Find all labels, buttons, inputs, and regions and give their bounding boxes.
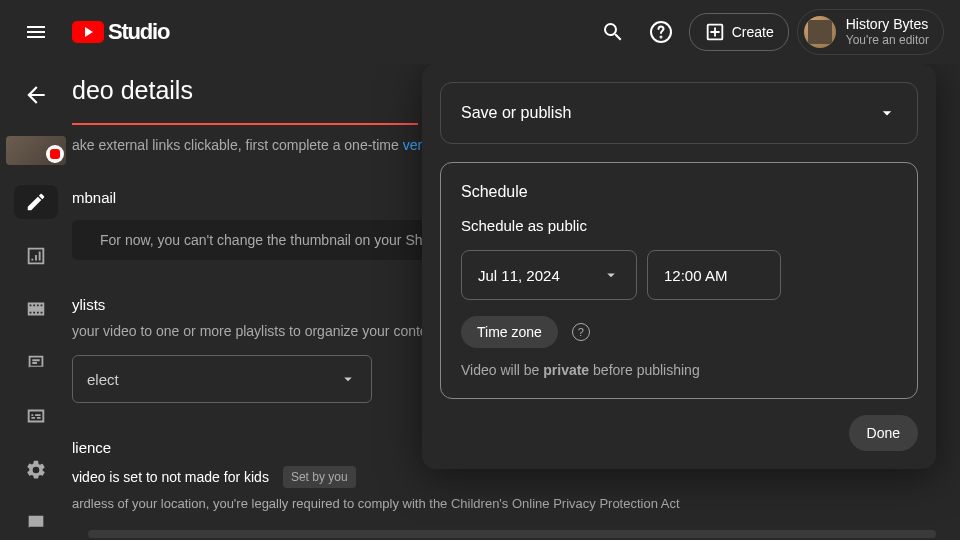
schedule-time-input[interactable]: 12:00 AM (647, 250, 781, 300)
search-icon[interactable] (593, 12, 633, 52)
save-publish-title: Save or publish (461, 104, 571, 122)
timezone-help-icon[interactable]: ? (572, 323, 590, 341)
done-button[interactable]: Done (849, 415, 918, 451)
chevron-down-icon (339, 370, 357, 388)
menu-icon[interactable] (16, 12, 56, 52)
back-icon[interactable] (16, 80, 56, 110)
left-rail (0, 64, 72, 540)
edit-icon[interactable] (14, 185, 58, 219)
save-publish-card[interactable]: Save or publish (440, 82, 918, 144)
set-by-you-chip: Set by you (283, 466, 356, 488)
audience-subtext: ardless of your location, you're legally… (72, 496, 936, 511)
account-name: History Bytes (846, 16, 929, 33)
subtitles-icon[interactable] (14, 399, 58, 433)
account-chip[interactable]: History Bytes You're an editor (797, 9, 944, 55)
header: Studio Create History Bytes You're an ed… (0, 0, 960, 64)
timezone-button[interactable]: Time zone (461, 316, 558, 348)
avatar (804, 16, 836, 48)
youtube-play-icon (72, 21, 104, 43)
active-tab-underline (72, 123, 418, 125)
chevron-down-icon (877, 103, 897, 123)
time-value: 12:00 AM (664, 267, 727, 284)
editor-icon[interactable] (14, 292, 58, 326)
schedule-title: Schedule (461, 183, 897, 201)
create-button[interactable]: Create (689, 13, 789, 51)
studio-logo[interactable]: Studio (72, 19, 169, 45)
playlist-select-label: elect (87, 371, 119, 388)
schedule-note: Video will be private before publishing (461, 362, 897, 378)
visibility-panel: Save or publish Schedule Schedule as pub… (422, 64, 936, 469)
schedule-date-input[interactable]: Jul 11, 2024 (461, 250, 637, 300)
account-role: You're an editor (846, 33, 929, 47)
brand-text: Studio (108, 19, 169, 45)
audience-status: video is set to not made for kids (72, 469, 269, 485)
analytics-icon[interactable] (14, 239, 58, 273)
feedback-icon[interactable] (14, 507, 58, 541)
date-value: Jul 11, 2024 (478, 267, 560, 284)
help-icon[interactable] (641, 12, 681, 52)
chevron-down-icon (602, 266, 620, 284)
comments-icon[interactable] (14, 346, 58, 380)
settings-icon[interactable] (14, 453, 58, 487)
video-thumbnail[interactable] (6, 136, 66, 165)
svg-point-1 (660, 37, 661, 38)
schedule-card: Schedule Schedule as public Jul 11, 2024… (440, 162, 918, 399)
schedule-subtitle: Schedule as public (461, 217, 897, 234)
playlist-select[interactable]: elect (72, 355, 372, 403)
create-label: Create (732, 24, 774, 40)
horizontal-scrollbar[interactable] (88, 530, 936, 538)
